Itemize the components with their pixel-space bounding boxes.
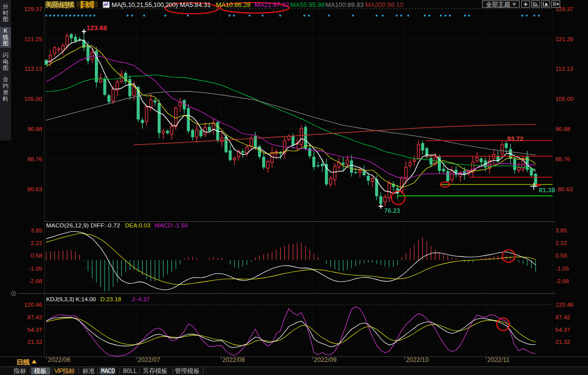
svg-text:0.58: 0.58 xyxy=(31,252,42,259)
svg-text:MA10:86.28: MA10:86.28 xyxy=(216,1,251,9)
svg-text:时: 时 xyxy=(3,10,9,16)
svg-text:120.46: 120.46 xyxy=(555,301,574,308)
svg-text:2022/06: 2022/06 xyxy=(48,356,70,363)
svg-text:2.22: 2.22 xyxy=(31,239,42,246)
svg-text:88.76: 88.76 xyxy=(27,156,42,163)
svg-text:54.37: 54.37 xyxy=(555,326,570,333)
svg-text:0.58: 0.58 xyxy=(555,252,567,259)
svg-text:2.22: 2.22 xyxy=(555,239,567,246)
svg-text:113.13: 113.13 xyxy=(555,65,573,72)
svg-text:2022/10: 2022/10 xyxy=(406,356,429,363)
svg-text:另存模板: 另存模板 xyxy=(143,367,168,374)
svg-text:美原油连续: 美原油连续 xyxy=(45,1,75,9)
svg-text:指标: 指标 xyxy=(13,367,27,374)
svg-text:96.88: 96.88 xyxy=(555,126,570,133)
svg-text:21.32: 21.32 xyxy=(27,338,42,345)
svg-text:电: 电 xyxy=(3,59,9,65)
svg-text:分: 分 xyxy=(3,4,9,10)
svg-text:3.85: 3.85 xyxy=(31,227,42,234)
svg-text:2022/08: 2022/08 xyxy=(222,356,245,363)
svg-text:J:-4.37: J:-4.37 xyxy=(132,296,150,303)
svg-text:93.72: 93.72 xyxy=(507,135,524,143)
svg-text:MA55:85.86: MA55:85.86 xyxy=(290,1,325,9)
svg-text:约: 约 xyxy=(3,83,9,89)
svg-text:54.37: 54.37 xyxy=(27,326,42,333)
svg-text:D:23.18: D:23.18 xyxy=(100,296,122,303)
svg-text:-2.68: -2.68 xyxy=(555,278,569,285)
svg-text:VIP指标: VIP指标 xyxy=(54,367,75,374)
svg-text:80.63: 80.63 xyxy=(27,186,42,193)
svg-text:88.76: 88.76 xyxy=(555,156,570,163)
svg-text:闪: 闪 xyxy=(3,52,9,58)
svg-text:105.00: 105.00 xyxy=(555,95,574,102)
svg-text:-1.05: -1.05 xyxy=(29,265,42,272)
svg-text:资: 资 xyxy=(3,89,9,95)
svg-text:模板: 模板 xyxy=(34,367,47,374)
svg-text:料: 料 xyxy=(2,96,9,102)
svg-text:96.88: 96.88 xyxy=(27,126,42,133)
svg-text:3.85: 3.85 xyxy=(555,227,567,234)
svg-text:线: 线 xyxy=(3,34,9,40)
svg-text:K: K xyxy=(4,28,8,34)
svg-text:121.25: 121.25 xyxy=(24,36,43,43)
svg-text:2022/07: 2022/07 xyxy=(138,356,160,363)
svg-text:MACD: MACD xyxy=(101,368,115,375)
svg-text:113.13: 113.13 xyxy=(25,65,43,72)
svg-text:MA5:84.31: MA5:84.31 xyxy=(180,1,211,9)
svg-text:2022/09: 2022/09 xyxy=(314,356,336,363)
svg-text:BOLL: BOLL xyxy=(123,368,137,375)
svg-text:合: 合 xyxy=(3,76,9,82)
svg-text:120.46: 120.46 xyxy=(24,301,43,308)
svg-text:管理模板: 管理模板 xyxy=(175,367,200,374)
svg-text:80.63: 80.63 xyxy=(558,186,573,193)
svg-text:全部主题: 全部主题 xyxy=(486,1,510,8)
svg-text:日线: 日线 xyxy=(17,358,30,366)
svg-text:MA100:89.83: MA100:89.83 xyxy=(325,1,364,9)
svg-text:图: 图 xyxy=(3,16,9,22)
svg-text:MACD:-1.50: MACD:-1.50 xyxy=(155,222,188,229)
svg-text:76.23: 76.23 xyxy=(384,207,400,214)
svg-text:123.68: 123.68 xyxy=(86,24,107,32)
svg-text:图: 图 xyxy=(3,65,9,71)
svg-text:81.38: 81.38 xyxy=(539,186,555,194)
svg-text:图: 图 xyxy=(3,40,9,46)
svg-text:87.42: 87.42 xyxy=(27,314,42,321)
svg-text:MACD(26,12,9) DIFF:-0.72: MACD(26,12,9) DIFF:-0.72 xyxy=(46,222,120,229)
svg-text:DEA:0.03: DEA:0.03 xyxy=(125,222,151,229)
svg-text:KDJ(9,3,3) K:14.00: KDJ(9,3,3) K:14.00 xyxy=(46,296,96,303)
svg-text:2022/11: 2022/11 xyxy=(488,356,510,363)
svg-text:【日线】: 【日线】 xyxy=(76,1,98,9)
svg-text:MA(5,10,21,55,100,200): MA(5,10,21,55,100,200) xyxy=(111,1,178,9)
svg-text:-2.68: -2.68 xyxy=(29,278,42,285)
svg-text:MA21:87.02: MA21:87.02 xyxy=(255,1,289,9)
svg-text:121.25: 121.25 xyxy=(555,36,574,43)
svg-text:MA200:98.10: MA200:98.10 xyxy=(365,1,403,9)
svg-text:-1.05: -1.05 xyxy=(555,265,569,272)
svg-text:标准: 标准 xyxy=(82,367,95,374)
svg-text:87.42: 87.42 xyxy=(555,314,570,321)
svg-text:21.32: 21.32 xyxy=(555,338,570,345)
svg-text:129.37: 129.37 xyxy=(24,6,42,13)
svg-text:105.00: 105.00 xyxy=(24,95,43,102)
